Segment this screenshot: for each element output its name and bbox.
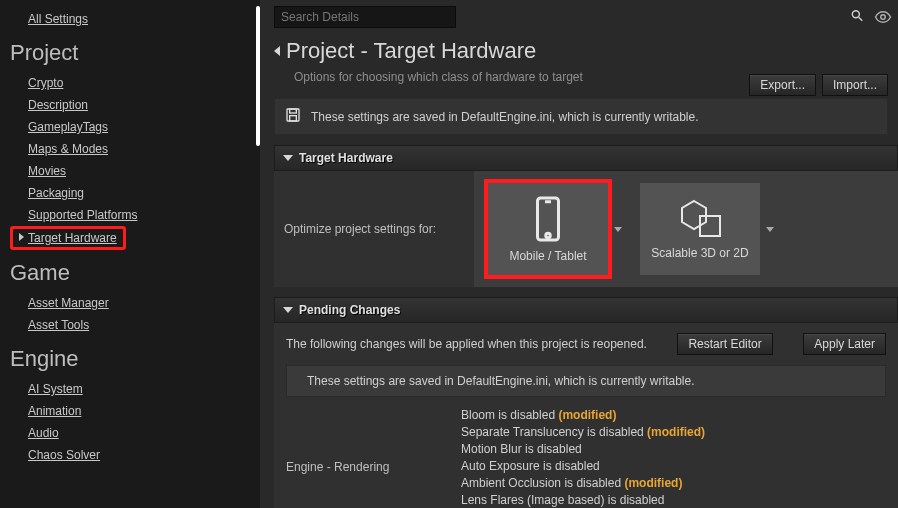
section-target-hardware-label: Target Hardware: [299, 151, 393, 165]
section-target-hardware-header[interactable]: Target Hardware: [274, 145, 898, 171]
svg-rect-10: [700, 216, 720, 236]
svg-line-1: [859, 17, 863, 21]
sidebar-link-description[interactable]: Description: [28, 94, 260, 116]
import-button[interactable]: Import...: [822, 74, 888, 96]
change-line: Lens Flares (Image based) is disabled: [461, 492, 886, 508]
sidebar: All Settings Project Crypto Description …: [0, 0, 260, 508]
section-pending-changes-label: Pending Changes: [299, 303, 400, 317]
sidebar-link-asset-tools[interactable]: Asset Tools: [28, 314, 260, 336]
card-scalable[interactable]: Scalable 3D or 2D: [640, 183, 760, 275]
sidebar-link-maps-modes[interactable]: Maps & Modes: [28, 138, 260, 160]
export-button[interactable]: Export...: [749, 74, 816, 96]
changes-group-label: Engine - Rendering: [286, 407, 461, 508]
floppy-icon: [285, 107, 301, 126]
writable-notice-text: These settings are saved in DefaultEngin…: [311, 110, 699, 124]
sidebar-link-gameplaytags[interactable]: GameplayTags: [28, 116, 260, 138]
eye-icon[interactable]: [874, 8, 892, 26]
sidebar-link-target-hardware-highlight: Target Hardware: [10, 226, 126, 250]
section-pending-changes-header[interactable]: Pending Changes: [274, 297, 898, 323]
pending-message: The following changes will be applied wh…: [286, 337, 647, 351]
writable-notice-inner-text: These settings are saved in DefaultEngin…: [307, 374, 695, 388]
chevron-down-icon[interactable]: [614, 227, 622, 232]
search-input[interactable]: [274, 6, 456, 28]
sidebar-link-ai-system[interactable]: AI System: [28, 378, 260, 400]
sidebar-link-audio[interactable]: Audio: [28, 422, 260, 444]
writable-notice: These settings are saved in DefaultEngin…: [274, 98, 888, 135]
svg-rect-4: [290, 109, 297, 113]
sidebar-link-packaging[interactable]: Packaging: [28, 182, 260, 204]
caret-down-icon: [283, 155, 293, 161]
change-line: Ambient Occlusion is disabled (modified): [461, 475, 886, 492]
sidebar-link-crypto[interactable]: Crypto: [28, 72, 260, 94]
sidebar-link-chaos-solver[interactable]: Chaos Solver: [28, 444, 260, 466]
main-panel: Project - Target Hardware Options for ch…: [260, 0, 898, 508]
page-title: Project - Target Hardware: [286, 38, 536, 64]
optimize-for-label: Optimize project settings for:: [274, 171, 474, 287]
caret-right-icon: [19, 233, 24, 241]
caret-down-icon: [283, 307, 293, 313]
collapse-caret-icon[interactable]: [274, 46, 280, 56]
svg-point-8: [546, 233, 551, 238]
svg-point-2: [881, 15, 886, 20]
changes-list: Bloom is disabled (modified)Separate Tra…: [461, 407, 886, 508]
change-line: Auto Exposure is disabled: [461, 458, 886, 475]
sidebar-heading-game: Game: [8, 250, 260, 292]
sidebar-heading-project: Project: [8, 30, 260, 72]
sidebar-link-asset-manager[interactable]: Asset Manager: [28, 292, 260, 314]
sidebar-link-all-settings[interactable]: All Settings: [28, 8, 260, 30]
writable-notice-inner: These settings are saved in DefaultEngin…: [286, 365, 886, 397]
restart-editor-button[interactable]: Restart Editor: [677, 333, 772, 355]
sidebar-link-movies[interactable]: Movies: [28, 160, 260, 182]
change-line: Separate Translucency is disabled (modif…: [461, 424, 886, 441]
card-mobile-tablet-label: Mobile / Tablet: [509, 249, 586, 263]
change-line: Motion Blur is disabled: [461, 441, 886, 458]
svg-rect-5: [290, 116, 297, 121]
sidebar-link-supported-platforms[interactable]: Supported Platforms: [28, 204, 260, 226]
sidebar-link-target-hardware[interactable]: Target Hardware: [28, 231, 117, 245]
chevron-down-icon[interactable]: [766, 227, 774, 232]
sidebar-heading-engine: Engine: [8, 336, 260, 378]
search-icon[interactable]: [850, 9, 864, 26]
card-mobile-tablet[interactable]: Mobile / Tablet: [488, 183, 608, 275]
svg-point-0: [852, 11, 859, 18]
change-line: Bloom is disabled (modified): [461, 407, 886, 424]
sidebar-link-animation[interactable]: Animation: [28, 400, 260, 422]
card-scalable-label: Scalable 3D or 2D: [651, 246, 748, 260]
apply-later-button[interactable]: Apply Later: [803, 333, 886, 355]
